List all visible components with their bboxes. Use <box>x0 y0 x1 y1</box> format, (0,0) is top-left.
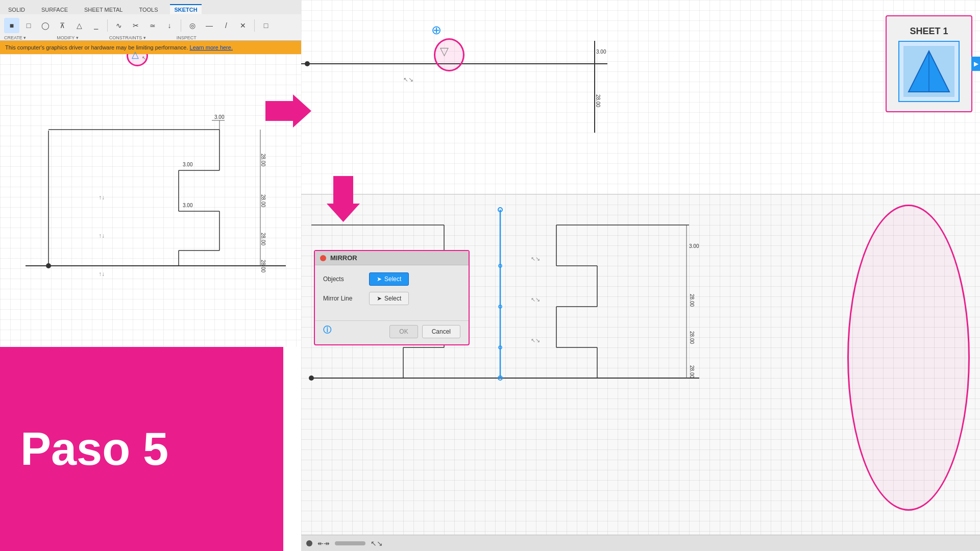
mirror-line-row: Mirror Line ➤ Select <box>323 292 460 305</box>
dialog-footer: ⓘ OK Cancel <box>315 320 469 344</box>
arrow-down <box>327 176 360 222</box>
ok-button[interactable]: OK <box>389 325 418 338</box>
x-tool-icon[interactable]: ✕ <box>235 18 251 33</box>
right-top-sketch: 3.00 28.00 ↖↘ <box>301 0 980 194</box>
svg-text:28.00: 28.00 <box>689 365 695 378</box>
arrow-right <box>265 94 311 128</box>
mirror-icon: ▽ <box>440 45 449 58</box>
cancel-button[interactable]: Cancel <box>422 325 460 338</box>
bottom-toolbar: ↞↠ ↖↘ <box>301 535 980 551</box>
sketch-drawing-left: 3.00 28.00 3.00 28.00 3.00 28.00 28.00 ↑… <box>0 54 301 347</box>
inspect-label: INSPECT <box>177 35 197 40</box>
sketch-area-right: ⊕ 3.00 28.00 ↖↘ ▽ SHEET 1 <box>301 0 980 194</box>
svg-text:28.00: 28.00 <box>260 194 266 207</box>
paso-label: Paso 5 <box>0 347 283 551</box>
sheet-nav-arrow[interactable]: ▶ <box>971 57 980 71</box>
mirror-line-select-label: Select <box>384 295 401 302</box>
scissors-tool-icon[interactable]: ✂ <box>128 18 143 33</box>
warning-link[interactable]: Learn more here. <box>190 44 233 51</box>
toolbar-icons: ■ □ ◯ ⊼ △ ⎯ ∿ ✂ ≃ ↓ ◎ — / ✕ □ <box>0 14 301 36</box>
scroll-bar[interactable] <box>335 541 365 545</box>
arc-tool-icon[interactable]: ⊼ <box>55 18 70 33</box>
tab-surface[interactable]: SURFACE <box>37 5 72 14</box>
svg-point-38 <box>309 375 314 381</box>
svg-text:↖↘: ↖↘ <box>531 256 540 262</box>
separator-1 <box>107 19 108 32</box>
result-area: 3.00 28.00 28.00 28.00 ↖↘ ↖↘ ↖↘ ↖↘ ↖↘ ↖↘… <box>301 194 980 551</box>
warning-text: This computer's graphics driver or hardw… <box>5 44 188 51</box>
triangle-tool-icon[interactable]: △ <box>71 18 87 33</box>
svg-text:3.00: 3.00 <box>689 243 699 249</box>
cursor-icon-active: ➤ <box>377 276 382 283</box>
svg-text:↖↘: ↖↘ <box>531 296 540 303</box>
inspect-tool-icon[interactable]: □ <box>258 18 274 33</box>
svg-text:28.00: 28.00 <box>595 94 601 107</box>
sheet-svg <box>903 46 954 97</box>
bottom-dot <box>306 540 312 546</box>
tab-tools[interactable]: TOOLS <box>135 5 162 14</box>
svg-text:3.00: 3.00 <box>596 49 606 55</box>
slash-tool-icon[interactable]: / <box>218 18 234 33</box>
bottom-tool-icon: ↖↘ <box>371 539 383 547</box>
dash-tool-icon[interactable]: — <box>202 18 217 33</box>
modify-label: MODIFY ▾ <box>57 35 78 40</box>
cursor-indicator: △ <box>132 49 139 60</box>
warning-bar: This computer's graphics driver or hardw… <box>0 41 301 54</box>
sheet-title: SHEET 1 <box>910 26 948 37</box>
toolbar-tabs: SOLID SURFACE SHEET METAL TOOLS SKETCH <box>0 0 301 14</box>
sheet-preview: SHEET 1 ▶ <box>886 15 972 112</box>
tab-solid[interactable]: SOLID <box>4 5 29 14</box>
svg-text:28.00: 28.00 <box>689 294 695 307</box>
objects-label: Objects <box>323 276 364 283</box>
result-ellipse-highlight <box>847 205 970 511</box>
cursor-pointer: ↖ <box>142 55 146 61</box>
hline-tool-icon[interactable]: ⎯ <box>88 18 104 33</box>
mirror-dialog: MIRROR Objects ➤ Select Mirror Line ➤ Se… <box>314 250 470 345</box>
mirror-line-label: Mirror Line <box>323 295 364 302</box>
rect-tool-icon[interactable]: □ <box>21 18 36 33</box>
curve-tool-icon[interactable]: ∿ <box>111 18 127 33</box>
info-icon: ⓘ <box>323 325 331 338</box>
mirror-line-select-button[interactable]: ➤ Select <box>369 292 409 305</box>
svg-text:28.00: 28.00 <box>260 233 266 245</box>
mirror-dialog-body: Objects ➤ Select Mirror Line ➤ Select <box>315 265 469 318</box>
bottom-arrows: ↞↠ <box>317 539 330 547</box>
constraints-label: CONSTRAINTS ▾ <box>109 35 146 40</box>
svg-text:↑↓: ↑↓ <box>99 232 105 239</box>
paso-text: Paso 5 <box>20 423 168 475</box>
tab-sketch[interactable]: SKETCH <box>170 4 201 14</box>
tab-sheet-metal[interactable]: SHEET METAL <box>80 5 127 14</box>
mirror-dialog-title: MIRROR <box>315 251 469 265</box>
separator-3 <box>254 19 255 32</box>
step-tool-icon[interactable]: ↓ <box>162 18 177 33</box>
svg-text:28.00: 28.00 <box>689 331 695 344</box>
objects-select-button[interactable]: ➤ Select <box>369 272 409 286</box>
svg-text:↑↓: ↑↓ <box>99 270 105 278</box>
dialog-dot <box>320 255 326 261</box>
create-label: CREATE ▾ <box>4 35 26 40</box>
mirror-symbol-highlight <box>434 38 464 71</box>
svg-text:↖↘: ↖↘ <box>531 337 540 343</box>
svg-text:3.00: 3.00 <box>183 203 193 208</box>
sheet-thumbnail <box>898 41 960 102</box>
svg-text:3.00: 3.00 <box>183 162 193 167</box>
separator-2 <box>181 19 181 32</box>
scurve-tool-icon[interactable]: ≃ <box>145 18 160 33</box>
dialog-title-text: MIRROR <box>330 254 357 262</box>
objects-select-label: Select <box>384 276 401 283</box>
select-tool-icon[interactable]: ■ <box>4 18 19 33</box>
cursor-icon-inactive: ➤ <box>377 295 382 302</box>
objects-row: Objects ➤ Select <box>323 272 460 286</box>
svg-text:↑↓: ↑↓ <box>99 194 105 201</box>
svg-text:28.00: 28.00 <box>260 154 266 166</box>
svg-text:3.00: 3.00 <box>214 114 225 120</box>
circle-tool-icon[interactable]: ◯ <box>38 18 53 33</box>
svg-text:28.00: 28.00 <box>260 260 266 272</box>
circle2-tool-icon[interactable]: ◎ <box>185 18 200 33</box>
svg-text:↖↘: ↖↘ <box>403 76 413 83</box>
crosshair-icon: ⊕ <box>431 23 442 37</box>
svg-point-28 <box>305 61 310 66</box>
